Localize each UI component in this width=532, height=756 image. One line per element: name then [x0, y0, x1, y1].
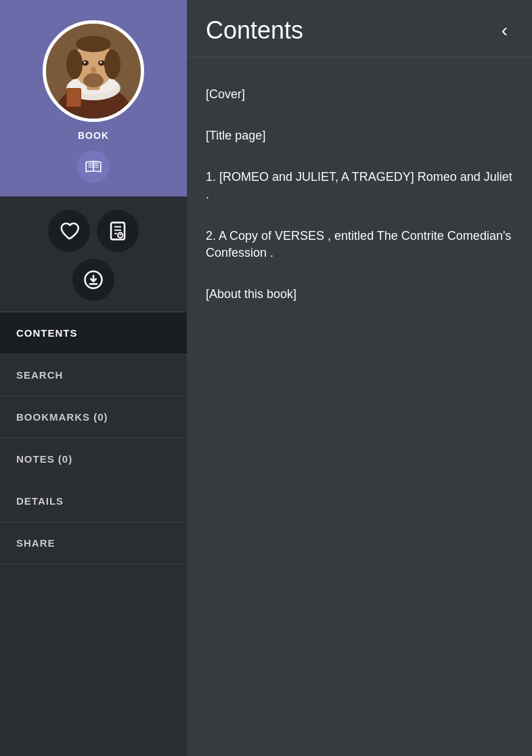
list-item[interactable]: 2. A Copy of VERSES , entitled The Contr…	[206, 215, 513, 274]
svg-point-6	[66, 49, 83, 79]
contents-list: [Cover] [Title page] 1. [ROMEO and JULIE…	[187, 58, 532, 331]
list-item[interactable]: [About this book]	[206, 274, 513, 315]
svg-point-30	[118, 233, 123, 238]
svg-line-21	[88, 167, 93, 168]
svg-point-7	[104, 49, 120, 79]
notes-button[interactable]	[97, 210, 139, 252]
open-book-icon	[85, 158, 102, 175]
book-label: BOOK	[78, 130, 109, 141]
main-header: Contents ‹	[187, 0, 532, 58]
svg-point-8	[76, 36, 111, 52]
svg-point-15	[83, 74, 104, 87]
book-icon-button[interactable]	[77, 150, 110, 183]
favorite-button[interactable]	[48, 210, 90, 252]
page-title: Contents	[206, 16, 303, 45]
main-content: Contents ‹ [Cover] [Title page] 1. [ROME…	[187, 0, 532, 756]
svg-line-19	[88, 163, 93, 164]
download-icon	[83, 270, 104, 290]
list-item[interactable]: [Title page]	[206, 115, 513, 156]
avatar	[43, 20, 144, 122]
svg-point-11	[84, 62, 86, 64]
portrait-svg	[46, 24, 141, 119]
sidebar-item-share[interactable]: SHARE	[0, 522, 187, 564]
sidebar-item-notes[interactable]: NOTES (0)	[0, 438, 187, 480]
download-row	[0, 259, 187, 312]
sidebar-item-bookmarks[interactable]: BOOKMARKS (0)	[0, 396, 187, 438]
svg-line-22	[94, 163, 99, 164]
svg-line-23	[94, 165, 99, 166]
sidebar-item-contents[interactable]: CONTENTS	[0, 312, 187, 354]
back-button[interactable]: ‹	[496, 17, 513, 44]
svg-point-12	[100, 62, 102, 64]
nav-menu: CONTENTS SEARCH BOOKMARKS (0) NOTES (0) …	[0, 312, 187, 756]
heart-icon	[59, 221, 79, 241]
list-item[interactable]: [Cover]	[206, 74, 513, 115]
list-item[interactable]: 1. [ROMEO and JULIET, A TRAGEDY] Romeo a…	[206, 156, 513, 215]
sidebar-top: BOOK	[0, 0, 187, 196]
svg-rect-17	[67, 89, 81, 106]
sidebar-item-search[interactable]: SEARCH	[0, 354, 187, 396]
sidebar: BOOK	[0, 0, 187, 756]
svg-line-20	[88, 165, 93, 166]
svg-point-13	[91, 66, 96, 73]
action-buttons-row	[0, 196, 187, 259]
svg-line-24	[94, 167, 99, 168]
document-icon	[108, 221, 128, 241]
sidebar-item-details[interactable]: DETAILS	[0, 480, 187, 522]
download-button[interactable]	[72, 259, 114, 301]
